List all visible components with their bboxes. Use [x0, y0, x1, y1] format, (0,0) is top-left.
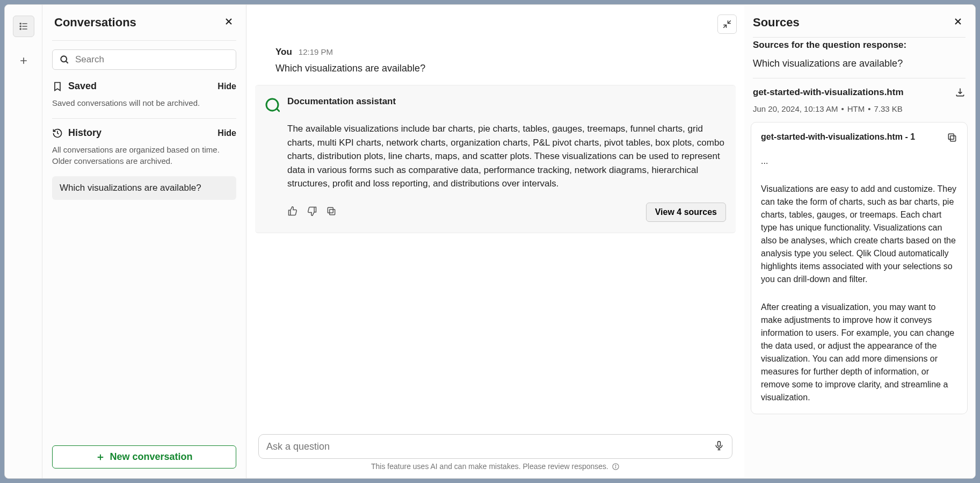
user-name: You: [275, 47, 292, 57]
svg-point-24: [615, 465, 616, 465]
chat-input[interactable]: [266, 441, 707, 452]
history-hide-button[interactable]: Hide: [217, 128, 236, 138]
user-message: You 12:19 PM Which visualizations are av…: [255, 5, 736, 85]
assistant-name: Documentation assistant: [287, 96, 726, 107]
saved-label: Saved: [68, 81, 97, 92]
source-file: get-started-with-visualizations.htm Jun …: [744, 78, 975, 113]
thumbs-up-button[interactable]: [287, 206, 298, 219]
svg-point-4: [20, 28, 21, 30]
plus-icon: [18, 55, 29, 66]
source-ellipsis: ...: [761, 155, 957, 168]
open-icon: [947, 132, 957, 143]
source-file-name: get-started-with-visualizations.htm: [753, 87, 904, 98]
history-item[interactable]: Which visualizations are available?: [52, 176, 236, 200]
assistant-avatar-icon: [265, 97, 280, 112]
new-conversation-label: New conversation: [110, 451, 192, 463]
svg-rect-17: [330, 209, 335, 214]
chat-input-container: [258, 434, 732, 459]
new-conversation-button[interactable]: New conversation: [52, 445, 236, 468]
copy-icon: [326, 206, 337, 217]
app-window: Conversations Saved: [4, 4, 976, 479]
svg-point-10: [61, 56, 67, 62]
open-source-button[interactable]: [947, 132, 957, 145]
collapse-button[interactable]: [717, 15, 737, 34]
svg-point-2: [20, 26, 21, 27]
assistant-message-body: The available visualizations include bar…: [287, 122, 726, 191]
download-icon: [955, 87, 966, 98]
conversations-rail-button[interactable]: [13, 16, 34, 37]
chat-panel: You 12:19 PM Which visualizations are av…: [246, 5, 744, 478]
assistant-message: Documentation assistant The available vi…: [255, 85, 736, 233]
svg-point-0: [20, 23, 21, 24]
mic-icon: [714, 440, 724, 451]
nav-rail: [5, 5, 42, 478]
close-icon: [953, 16, 963, 27]
thumbs-down-icon: [307, 206, 317, 217]
close-icon: [223, 16, 234, 27]
thumbs-up-icon: [287, 206, 298, 217]
svg-rect-18: [328, 207, 333, 213]
close-conversations-button[interactable]: [223, 16, 234, 29]
source-file-meta: Jun 20, 2024, 10:13 AM•HTM•7.33 KB: [753, 104, 966, 113]
disclaimer: This feature uses AI and can make mistak…: [258, 459, 732, 473]
plus-icon: [96, 452, 105, 462]
saved-description: Saved conversations will not be archived…: [52, 97, 236, 109]
sources-subtitle: Sources for the question response:: [753, 40, 966, 51]
history-description: All conversations are organized based on…: [52, 144, 236, 167]
list-icon: [18, 21, 29, 32]
svg-line-11: [66, 61, 68, 63]
mic-button[interactable]: [714, 440, 724, 453]
download-button[interactable]: [955, 87, 966, 100]
svg-line-15: [723, 25, 726, 28]
source-paragraph-1: Visualizations are easy to add and custo…: [761, 183, 957, 286]
user-message-body: Which visualizations are available?: [275, 63, 721, 74]
saved-hide-button[interactable]: Hide: [217, 82, 236, 91]
search-icon: [59, 54, 70, 65]
conversations-title: Conversations: [54, 16, 136, 30]
info-icon: [612, 463, 620, 471]
source-card: get-started-with-visualizations.htm - 1 …: [751, 122, 968, 414]
svg-rect-27: [950, 136, 956, 141]
svg-rect-19: [718, 442, 721, 446]
thumbs-down-button[interactable]: [307, 206, 317, 219]
search-box[interactable]: [52, 49, 236, 70]
sources-panel: Sources Sources for the question respons…: [744, 5, 975, 478]
source-card-title: get-started-with-visualizations.htm - 1: [761, 132, 915, 142]
copy-button[interactable]: [326, 206, 337, 219]
svg-line-14: [728, 20, 731, 23]
source-paragraph-2: After creating a visualization, you may …: [761, 301, 957, 404]
view-sources-button[interactable]: View 4 sources: [646, 203, 726, 222]
svg-rect-28: [948, 134, 954, 139]
sources-question: Which visualizations are available?: [753, 58, 966, 69]
new-rail-button[interactable]: [13, 50, 34, 71]
sources-title: Sources: [753, 16, 800, 30]
user-timestamp: 12:19 PM: [299, 47, 333, 56]
close-sources-button[interactable]: [953, 16, 963, 29]
conversations-panel: Conversations Saved: [42, 5, 246, 478]
history-icon: [52, 128, 63, 139]
collapse-icon: [722, 19, 732, 29]
search-input[interactable]: [75, 54, 229, 65]
history-label: History: [68, 127, 101, 139]
bookmark-icon: [52, 81, 63, 92]
